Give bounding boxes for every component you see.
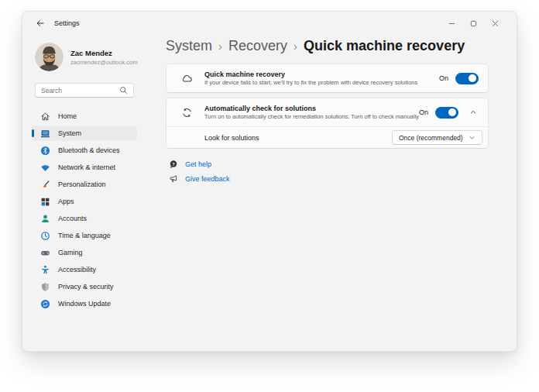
windows-update-icon (40, 299, 50, 309)
chevron-down-icon (469, 134, 475, 141)
sidebar-item-label: System (58, 129, 81, 137)
setting-controls: On (439, 73, 479, 84)
apps-icon (40, 197, 50, 207)
accounts-icon (40, 214, 50, 224)
sidebar-item-label: Accounts (58, 215, 87, 222)
bluetooth-icon (40, 146, 50, 156)
sidebar-item-accessibility[interactable]: Accessibility (32, 262, 137, 277)
sidebar-item-system[interactable]: System (32, 126, 137, 141)
personalization-icon (40, 180, 50, 190)
breadcrumb-system[interactable]: System (166, 38, 212, 54)
dropdown-selected-value: Once (recommended) (399, 134, 469, 142)
quick-machine-recovery-row: Quick machine recovery If your device fa… (167, 64, 488, 92)
sidebar-item-label: Windows Update (58, 300, 111, 308)
look-for-solutions-row: Look for solutions Once (recommended) (167, 127, 488, 148)
breadcrumb-separator: › (294, 40, 297, 53)
back-arrow-icon (36, 19, 45, 28)
sidebar-item-windows-update[interactable]: Windows Update (32, 296, 137, 311)
look-for-solutions-label: Look for solutions (204, 134, 392, 142)
auto-check-card: Automatically check for solutions Turn o… (166, 98, 489, 149)
breadcrumb-recovery[interactable]: Recovery (228, 38, 287, 54)
maximize-button[interactable] (462, 15, 484, 32)
home-icon (40, 112, 50, 122)
help-links: ? Get help Give feedback (166, 156, 489, 186)
breadcrumb-separator: › (218, 40, 222, 53)
minimize-icon (448, 20, 455, 27)
give-feedback-row[interactable]: Give feedback (169, 171, 489, 186)
gaming-icon (40, 248, 50, 258)
breadcrumb: System › Recovery › Quick machine recove… (166, 38, 489, 57)
titlebar: Settings (22, 12, 517, 35)
close-button[interactable] (484, 15, 506, 32)
close-icon (492, 20, 499, 27)
svg-text:?: ? (172, 161, 175, 166)
maximize-icon (470, 20, 477, 27)
page-title: Quick machine recovery (304, 38, 465, 54)
sidebar-item-time-language[interactable]: Time & language (32, 228, 137, 243)
active-indicator (32, 129, 34, 137)
sidebar-item-personalization[interactable]: Personalization (32, 177, 137, 192)
cloud-icon (180, 72, 194, 85)
time-language-icon (40, 231, 50, 241)
sidebar-item-gaming[interactable]: Gaming (32, 245, 137, 260)
sidebar-item-bluetooth-devices[interactable]: Bluetooth & devices (32, 143, 137, 158)
toggle-state-label: On (439, 74, 448, 82)
back-button[interactable] (33, 16, 47, 30)
collapse-button[interactable] (468, 107, 479, 118)
profile-name: Zac Mendez (70, 49, 137, 57)
network-icon (40, 163, 50, 173)
sidebar-item-label: Time & language (58, 232, 111, 239)
setting-controls: On (419, 107, 479, 119)
avatar (35, 43, 64, 71)
toggle-state-label: On (419, 108, 428, 116)
setting-text: Automatically check for solutions Turn o… (204, 105, 419, 121)
search-input[interactable] (41, 87, 119, 95)
get-help-link[interactable]: Get help (185, 160, 211, 168)
window-controls (441, 12, 506, 35)
feedback-icon (169, 174, 178, 184)
profile-row[interactable]: Zac Mendez zacmendez@outlook.com (35, 43, 166, 71)
auto-check-toggle[interactable] (435, 107, 458, 119)
sidebar-item-apps[interactable]: Apps (32, 194, 137, 209)
privacy-icon (40, 282, 50, 292)
help-icon: ? (169, 160, 178, 169)
sync-icon (180, 106, 194, 119)
sidebar-item-label: Gaming (58, 249, 83, 256)
setting-description: Turn on to automatically check for remed… (204, 113, 419, 120)
sidebar-item-label: Bluetooth & devices (58, 146, 120, 154)
settings-window: Settings (22, 11, 517, 352)
setting-description: If your device fails to start, we'll try… (204, 79, 439, 86)
search-box (35, 83, 134, 98)
sidebar: Zac Mendez zacmendez@outlook.com Home Sy (22, 35, 166, 352)
system-icon (40, 129, 50, 139)
look-for-solutions-dropdown[interactable]: Once (recommended) (392, 130, 482, 145)
profile-email: zacmendez@outlook.com (70, 59, 137, 66)
profile-info: Zac Mendez zacmendez@outlook.com (70, 49, 137, 66)
sidebar-item-label: Personalization (58, 181, 106, 188)
sidebar-item-label: Home (58, 112, 77, 120)
toggle-knob (469, 74, 476, 82)
minimize-button[interactable] (441, 15, 462, 32)
window-title: Settings (54, 19, 80, 27)
main-content: System › Recovery › Quick machine recove… (166, 35, 517, 352)
get-help-row[interactable]: ? Get help (169, 156, 489, 171)
quick-machine-recovery-toggle[interactable] (455, 73, 479, 84)
sidebar-item-home[interactable]: Home (32, 108, 137, 124)
sidebar-item-network-internet[interactable]: Network & internet (32, 160, 137, 175)
sidebar-item-privacy-security[interactable]: Privacy & security (32, 279, 137, 294)
chevron-up-icon (469, 108, 477, 116)
setting-text: Quick machine recovery If your device fa… (204, 70, 439, 87)
give-feedback-link[interactable]: Give feedback (185, 175, 230, 183)
sidebar-item-accounts[interactable]: Accounts (32, 211, 137, 226)
sidebar-item-label: Accessibility (58, 266, 96, 273)
sidebar-item-label: Apps (58, 198, 74, 205)
setting-title: Automatically check for solutions (204, 105, 419, 112)
auto-check-row[interactable]: Automatically check for solutions Turn o… (167, 98, 488, 126)
sidebar-nav: Home System Bluetooth & devices Network … (32, 108, 166, 311)
sidebar-item-label: Privacy & security (58, 283, 114, 291)
sidebar-item-label: Network & internet (58, 163, 115, 171)
setting-title: Quick machine recovery (204, 70, 439, 78)
accessibility-icon (40, 265, 50, 275)
toggle-knob (448, 108, 456, 116)
quick-machine-recovery-card: Quick machine recovery If your device fa… (166, 64, 489, 93)
